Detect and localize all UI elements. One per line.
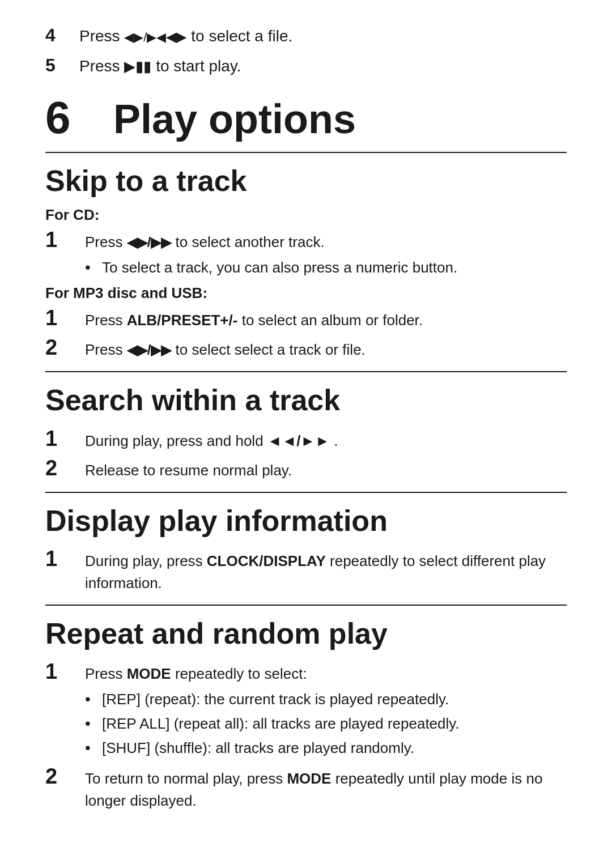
chapter-num: 6 [45,95,102,141]
section-search-body: 1 During play, press and hold ◄◄/►► . 2 … [45,426,567,482]
chapter-heading: 6 Play options [45,95,567,142]
skip-mp3-step-1-num: 1 [45,305,85,331]
repeat-bullet-3: • [SHUF] (shuffle): all tracks are playe… [85,737,567,759]
skip-mp3-step-2-content: Press ◀▶/▶▶ to select select a track or … [85,339,567,361]
intro-step-4-num: 4 [45,23,79,48]
repeat-step-1-num: 1 [45,659,85,685]
skip-mp3-step-1-content: Press ALB/PRESET+/- to select an album o… [85,309,567,331]
search-step-1-num: 1 [45,426,85,452]
section-search-track: Search within a track 1 During play, pre… [45,382,567,481]
repeat-step-2-content: To return to normal play, press MODE rep… [85,768,567,812]
intro-step-4: 4 Press ◀▶/▶◀◀▶ to select a file. [45,23,567,48]
divider-after-search [45,492,567,493]
section-display-title: Display play information [45,503,567,538]
divider-after-chapter [45,152,567,153]
repeat-bullet-1: • [REP] (repeat): the current track is p… [85,688,567,710]
display-step-1-num: 1 [45,546,85,572]
divider-after-display [45,605,567,606]
skip-cd-step-1: 1 Press ◀▶/▶▶ to select another track. [45,227,567,253]
section-skip-title: Skip to a track [45,163,567,198]
display-step-1-content: During play, press CLOCK/DISPLAY repeate… [85,550,567,594]
intro-step-5-num: 5 [45,53,79,78]
section-repeat-title: Repeat and random play [45,616,567,651]
intro-step-4-text: Press ◀▶/▶◀◀▶ to select a file. [79,25,292,47]
section-search-title: Search within a track [45,382,567,418]
search-step-1: 1 During play, press and hold ◄◄/►► . [45,426,567,452]
search-step-2-num: 2 [45,456,85,482]
search-step-2: 2 Release to resume normal play. [45,456,567,482]
repeat-step-1-content: Press MODE repeatedly to select: [85,663,567,685]
section-display-body: 1 During play, press CLOCK/DISPLAY repea… [45,546,567,594]
bullet-icon: • [85,258,102,276]
section-display-info: Display play information 1 During play, … [45,503,567,594]
repeat-bullet-1-text: [REP] (repeat): the current track is pla… [102,688,449,710]
skip-cd-bullet-1: • To select a track, you can also press … [85,257,567,279]
search-step-2-content: Release to resume normal play. [85,459,567,482]
label-for-cd: For CD: [45,206,567,224]
repeat-bullet-2-text: [REP ALL] (repeat all): all tracks are p… [102,713,460,735]
divider-after-skip [45,371,567,372]
skip-mp3-step-2-num: 2 [45,335,85,361]
bullet-icon: • [85,714,102,733]
repeat-step-1: 1 Press MODE repeatedly to select: [45,659,567,685]
label-for-mp3: For MP3 disc and USB: [45,284,567,302]
skip-mp3-step-1: 1 Press ALB/PRESET+/- to select an album… [45,305,567,331]
skip-cd-bullet-1-text: To select a track, you can also press a … [102,257,457,279]
section-repeat-random: Repeat and random play 1 Press MODE repe… [45,616,567,812]
display-step-1: 1 During play, press CLOCK/DISPLAY repea… [45,546,567,594]
section-skip-body: For CD: 1 Press ◀▶/▶▶ to select another … [45,206,567,361]
section-skip-track: Skip to a track For CD: 1 Press ◀▶/▶▶ to… [45,163,567,361]
repeat-bullet-3-text: [SHUF] (shuffle): all tracks are played … [102,737,414,759]
bullet-icon: • [85,739,102,757]
skip-cd-step-1-content: Press ◀▶/▶▶ to select another track. [85,231,567,253]
intro-step-5: 5 Press ▶▮▮ to start play. [45,53,567,78]
intro-steps: 4 Press ◀▶/▶◀◀▶ to select a file. 5 Pres… [45,23,567,78]
skip-cd-step-1-num: 1 [45,227,85,253]
section-repeat-body: 1 Press MODE repeatedly to select: • [RE… [45,659,567,812]
chapter-title: Play options [102,97,356,142]
skip-mp3-step-2: 2 Press ◀▶/▶▶ to select select a track o… [45,335,567,361]
repeat-step-2-num: 2 [45,764,85,790]
repeat-bullet-2: • [REP ALL] (repeat all): all tracks are… [85,713,567,735]
intro-step-5-text: Press ▶▮▮ to start play. [79,55,241,77]
repeat-step-2: 2 To return to normal play, press MODE r… [45,764,567,812]
bullet-icon: • [85,690,102,708]
search-step-1-content: During play, press and hold ◄◄/►► . [85,430,567,452]
